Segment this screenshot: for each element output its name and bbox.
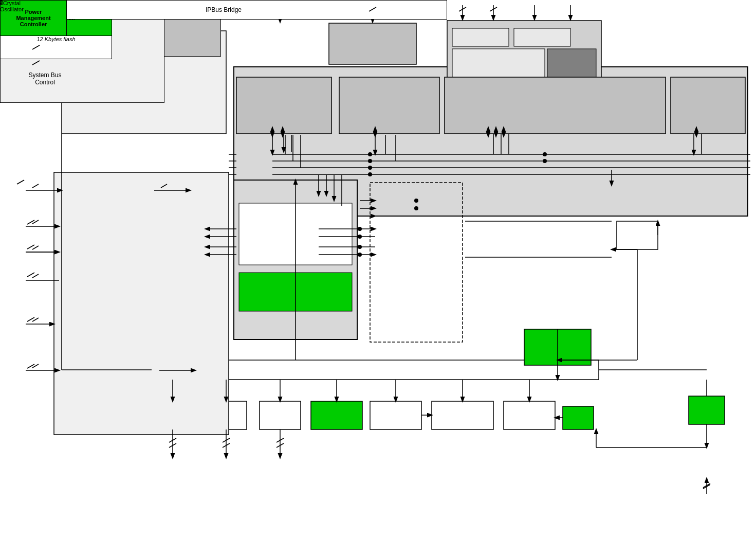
svg-rect-22 bbox=[452, 49, 545, 77]
svg-line-175 bbox=[27, 245, 34, 249]
svg-line-97 bbox=[276, 438, 284, 442]
svg-line-167 bbox=[459, 7, 466, 11]
svg-rect-15 bbox=[689, 396, 725, 424]
svg-point-124 bbox=[368, 166, 372, 170]
svg-rect-0 bbox=[234, 67, 748, 216]
svg-line-90 bbox=[32, 364, 39, 368]
svg-point-116 bbox=[358, 227, 362, 231]
svg-line-174 bbox=[27, 220, 34, 224]
ipbus-bridge-block: IPBus Bridge bbox=[0, 0, 447, 20]
svg-line-172 bbox=[27, 317, 34, 321]
svg-point-125 bbox=[368, 172, 372, 176]
svg-line-164 bbox=[223, 443, 230, 448]
crystal-osc-label: CrystalOscillator bbox=[0, 0, 24, 12]
svg-point-121 bbox=[414, 206, 418, 210]
svg-point-126 bbox=[543, 152, 547, 156]
svg-rect-26 bbox=[445, 77, 666, 134]
svg-point-122 bbox=[368, 152, 372, 156]
svg-rect-2 bbox=[234, 180, 357, 339]
crystal-count: 2 bbox=[0, 0, 3, 6]
svg-rect-13 bbox=[504, 401, 555, 429]
svg-rect-20 bbox=[452, 28, 509, 46]
diagram-container: 16-Bit 56800E Core RESET VDD VSS VDDA VS… bbox=[0, 0, 756, 537]
svg-point-118 bbox=[358, 245, 362, 249]
svg-rect-12 bbox=[432, 401, 493, 429]
svg-line-79 bbox=[161, 184, 167, 188]
svg-line-108 bbox=[703, 484, 710, 488]
svg-rect-3 bbox=[239, 203, 352, 265]
svg-point-120 bbox=[414, 199, 418, 203]
svg-point-123 bbox=[368, 159, 372, 163]
svg-line-81 bbox=[32, 220, 39, 224]
svg-rect-9 bbox=[260, 401, 301, 429]
svg-rect-6 bbox=[152, 360, 599, 380]
svg-line-163 bbox=[169, 443, 176, 448]
svg-rect-5 bbox=[370, 183, 463, 342]
svg-rect-21 bbox=[514, 28, 570, 46]
svg-line-95 bbox=[223, 438, 230, 442]
svg-rect-11 bbox=[370, 401, 421, 429]
svg-line-77 bbox=[32, 184, 39, 188]
svg-line-93 bbox=[169, 438, 176, 442]
svg-line-173 bbox=[27, 364, 34, 368]
svg-line-166 bbox=[703, 485, 710, 489]
svg-line-171 bbox=[17, 180, 24, 184]
flash-italic-label: 12 Kbytes flash bbox=[36, 36, 75, 42]
svg-rect-28 bbox=[54, 172, 229, 435]
svg-rect-10 bbox=[311, 401, 362, 429]
svg-rect-19 bbox=[447, 21, 601, 85]
svg-line-88 bbox=[32, 318, 39, 321]
svg-rect-27 bbox=[671, 77, 745, 134]
svg-line-176 bbox=[27, 273, 34, 277]
svg-point-119 bbox=[358, 253, 362, 257]
svg-rect-14 bbox=[563, 406, 594, 429]
svg-rect-23 bbox=[547, 49, 596, 77]
svg-rect-24 bbox=[236, 77, 331, 134]
svg-rect-8 bbox=[206, 401, 247, 429]
svg-rect-18 bbox=[329, 23, 416, 64]
svg-rect-4 bbox=[239, 273, 352, 311]
svg-rect-25 bbox=[339, 77, 439, 134]
svg-rect-7 bbox=[152, 401, 193, 429]
svg-line-165 bbox=[276, 443, 284, 448]
svg-line-84 bbox=[32, 246, 39, 249]
svg-rect-16 bbox=[617, 221, 658, 249]
svg-rect-17 bbox=[524, 329, 591, 365]
svg-line-168 bbox=[490, 7, 497, 11]
svg-point-117 bbox=[358, 235, 362, 239]
svg-line-86 bbox=[32, 274, 39, 278]
svg-point-127 bbox=[543, 159, 547, 163]
